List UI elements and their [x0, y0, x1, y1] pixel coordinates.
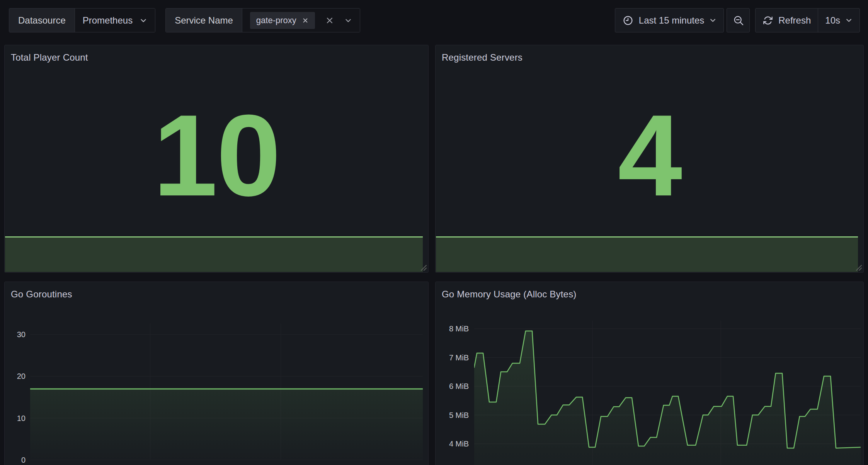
y-tick-label: 4 MiB [436, 439, 469, 448]
y-tick-label: 30 [5, 330, 26, 339]
chevron-down-icon [709, 17, 717, 24]
selected-service-chip[interactable]: gate-proxy [250, 12, 315, 29]
time-range-group: Last 15 minutes [615, 8, 724, 32]
refresh-group: Refresh 10s [755, 8, 860, 32]
datasource-variable: Datasource Prometheus [9, 8, 155, 32]
y-tick-label: 5 MiB [436, 411, 469, 420]
datasource-label: Datasource [9, 8, 75, 32]
chevron-down-icon [140, 17, 147, 24]
y-tick-label: 7 MiB [436, 353, 469, 362]
y-tick-label: 10 [5, 414, 26, 423]
resize-handle-icon[interactable] [854, 263, 862, 271]
service-name-label: Service Name [166, 8, 242, 32]
y-tick-label: 6 MiB [436, 382, 469, 391]
refresh-icon [762, 15, 773, 26]
clock-icon [622, 15, 634, 26]
time-range-button[interactable]: Last 15 minutes [615, 8, 723, 32]
service-name-variable: Service Name gate-proxy [165, 8, 360, 32]
panel-title[interactable]: Go Memory Usage (Alloc Bytes) [442, 289, 577, 300]
zoom-out-button[interactable] [727, 8, 750, 32]
selected-service-value: gate-proxy [256, 15, 296, 25]
refresh-label: Refresh [778, 15, 811, 26]
service-name-picker[interactable]: gate-proxy [242, 8, 360, 32]
y-axis-labels: 3020100 [5, 323, 26, 460]
panel-go-goroutines: Go Goroutines 3020100 [4, 282, 429, 465]
y-tick-label: 20 [5, 372, 26, 381]
panel-total-player-count: Total Player Count 10 [4, 45, 429, 273]
y-axis-labels: 8 MiB7 MiB6 MiB5 MiB4 MiB [436, 321, 469, 465]
panel-go-memory-usage: Go Memory Usage (Alloc Bytes) 8 MiB7 MiB… [435, 282, 864, 465]
refresh-interval-value: 10s [825, 15, 840, 26]
stat-sparkline [436, 236, 858, 272]
y-tick-label: 0 [5, 455, 26, 465]
chevron-down-icon [845, 17, 853, 24]
y-tick-label: 8 MiB [436, 324, 469, 333]
panel-title[interactable]: Go Goroutines [11, 289, 72, 300]
memory-chart[interactable] [474, 321, 861, 465]
toolbar-right-cluster: Last 15 minutes Refresh 10s [615, 8, 860, 32]
stat-sparkline [5, 236, 423, 272]
panel-registered-servers: Registered Servers 4 [435, 45, 864, 273]
resize-handle-icon[interactable] [419, 263, 427, 271]
refresh-interval-button[interactable]: 10s [818, 8, 859, 32]
dashboard-toolbar: Datasource Prometheus Service Name gate-… [9, 8, 860, 32]
datasource-picker[interactable]: Prometheus [75, 8, 155, 32]
refresh-button[interactable]: Refresh [756, 8, 818, 32]
stat-value: 10 [5, 45, 428, 237]
chevron-down-icon[interactable] [344, 17, 352, 24]
goroutines-chart[interactable] [30, 323, 423, 460]
sparkline-fill [436, 238, 858, 272]
sparkline-fill [5, 238, 423, 272]
zoom-out-icon [732, 14, 744, 26]
clear-selection-icon[interactable] [325, 16, 334, 25]
remove-chip-icon[interactable] [302, 17, 309, 24]
time-range-label: Last 15 minutes [639, 15, 704, 26]
stat-value: 4 [436, 45, 863, 237]
datasource-value: Prometheus [83, 15, 133, 26]
